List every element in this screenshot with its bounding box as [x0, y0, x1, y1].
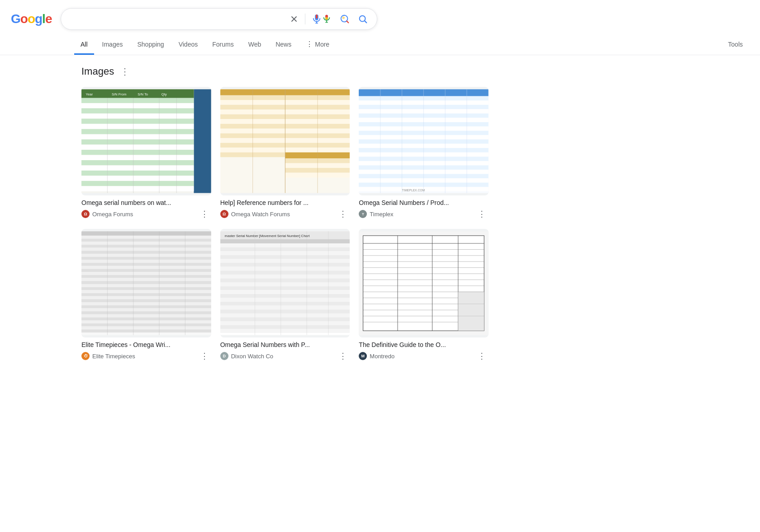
favicon-2: T — [359, 210, 367, 218]
svg-rect-17 — [81, 150, 194, 155]
svg-rect-9 — [81, 108, 194, 113]
image-card-4[interactable]: master Serial Number [Movement Serial Nu… — [220, 229, 350, 362]
card-menu-button-1[interactable]: ⋮ — [336, 208, 350, 220]
image-source-row-0: Ω Omega Forums ⋮ — [81, 208, 211, 220]
table-preview-3 — [81, 229, 211, 337]
card-menu-button-0[interactable]: ⋮ — [198, 208, 211, 220]
divider — [305, 14, 305, 24]
svg-rect-94 — [81, 251, 211, 254]
svg-rect-102 — [81, 275, 211, 278]
card-menu-button-5[interactable]: ⋮ — [475, 350, 489, 362]
card-menu-button-3[interactable]: ⋮ — [198, 350, 211, 362]
image-source-row-2: T Timeplex ⋮ — [359, 208, 489, 220]
search-input[interactable]: omega serial number chart — [68, 15, 283, 23]
svg-rect-103 — [81, 278, 211, 281]
svg-rect-11 — [81, 119, 194, 124]
svg-rect-110 — [81, 299, 211, 302]
image-card-3[interactable]: Elite Timepieces - Omega Wri... ⏱ Elite … — [81, 229, 211, 362]
favicon-1: Ω — [220, 210, 228, 218]
svg-rect-128 — [220, 239, 350, 244]
svg-rect-24 — [81, 186, 194, 191]
image-caption-1: Help] Reference numbers for ... Ω Omega … — [220, 199, 350, 220]
search-icons — [288, 12, 370, 26]
image-card-5[interactable]: The Definitive Guide to the O... M Montr… — [359, 229, 489, 362]
image-card-1[interactable]: Help] Reference numbers for ... Ω Omega … — [220, 87, 350, 220]
section-menu-button[interactable]: ⋮ — [119, 64, 131, 79]
svg-rect-15 — [81, 139, 194, 144]
favicon-letter-3: ⏱ — [84, 354, 88, 358]
svg-rect-130 — [220, 247, 350, 252]
nav-item-more[interactable]: ⋮ More — [299, 34, 336, 55]
svg-rect-144 — [220, 302, 350, 306]
svg-rect-91 — [81, 242, 211, 245]
svg-rect-7 — [81, 98, 194, 103]
svg-rect-111 — [81, 302, 211, 305]
voice-search-button[interactable] — [310, 12, 333, 26]
svg-rect-20 — [81, 166, 194, 171]
svg-rect-113 — [81, 308, 211, 311]
svg-rect-8 — [81, 103, 194, 108]
lens-search-button[interactable] — [338, 12, 352, 26]
svg-rect-100 — [81, 269, 211, 272]
nav-item-forums[interactable]: Forums — [206, 35, 240, 55]
svg-rect-146 — [220, 309, 350, 314]
svg-rect-106 — [81, 287, 211, 290]
microphone-icon — [312, 14, 322, 24]
table-preview-2: TIMEPLEX.COM — [359, 87, 489, 195]
nav-item-news[interactable]: News — [269, 35, 298, 55]
svg-text:master Serial Number [Movement: master Serial Number [Movement Serial Nu… — [224, 234, 310, 238]
svg-rect-136 — [220, 271, 350, 275]
image-source-1: Ω Omega Watch Forums — [220, 210, 290, 218]
image-card-2[interactable]: TIMEPLEX.COM Omega Serial Numbers / Prod… — [359, 87, 489, 220]
image-title-3: Elite Timepieces - Omega Wri... — [81, 341, 211, 348]
image-source-row-4: D Dixon Watch Co ⋮ — [220, 350, 350, 362]
svg-rect-145 — [220, 306, 350, 310]
svg-rect-101 — [81, 272, 211, 275]
svg-rect-19 — [81, 160, 194, 165]
favicon-4: D — [220, 352, 228, 360]
table-preview-1 — [220, 87, 350, 195]
nav-item-all[interactable]: All — [74, 35, 94, 55]
table-preview-5 — [359, 229, 489, 337]
svg-rect-14 — [81, 134, 194, 139]
svg-rect-104 — [81, 281, 211, 284]
svg-rect-98 — [81, 263, 211, 266]
card-menu-button-4[interactable]: ⋮ — [336, 350, 350, 362]
google-logo[interactable]: Google — [11, 12, 52, 26]
source-name-1: Omega Watch Forums — [231, 211, 290, 218]
nav-item-web[interactable]: Web — [242, 35, 268, 55]
svg-rect-88 — [81, 231, 211, 236]
image-thumb-1 — [220, 87, 350, 195]
nav-item-shopping[interactable]: Shopping — [131, 35, 170, 55]
card-menu-button-2[interactable]: ⋮ — [475, 208, 489, 220]
source-name-2: Timeplex — [370, 211, 393, 218]
image-source-2: T Timeplex — [359, 210, 393, 218]
google-search-button[interactable] — [356, 12, 370, 26]
svg-rect-115 — [81, 314, 211, 318]
mic-colored-icon — [322, 14, 332, 24]
svg-rect-22 — [81, 176, 194, 180]
clear-button[interactable] — [288, 13, 300, 25]
image-card-0[interactable]: Year S/N From S/N To Qty Omega serial nu… — [81, 87, 211, 220]
favicon-letter-5: M — [361, 354, 365, 358]
tools-button[interactable]: Tools — [722, 35, 749, 55]
source-name-4: Dixon Watch Co — [231, 353, 273, 360]
table-preview-4: master Serial Number [Movement Serial Nu… — [220, 229, 350, 337]
images-section-title: Images — [81, 66, 114, 77]
image-caption-4: Omega Serial Numbers with P... D Dixon W… — [220, 341, 350, 362]
image-title-1: Help] Reference numbers for ... — [220, 199, 350, 206]
svg-text:Qty: Qty — [162, 92, 167, 96]
favicon-0: Ω — [81, 210, 90, 218]
image-caption-5: The Definitive Guide to the O... M Montr… — [359, 341, 489, 362]
svg-rect-12 — [81, 124, 194, 129]
lens-icon — [340, 14, 350, 24]
nav-item-videos[interactable]: Videos — [172, 35, 204, 55]
image-thumb-0: Year S/N From S/N To Qty — [81, 87, 211, 195]
favicon-letter-4: D — [223, 354, 226, 358]
svg-rect-21 — [81, 171, 194, 176]
image-title-4: Omega Serial Numbers with P... — [220, 341, 350, 348]
svg-rect-131 — [220, 251, 350, 255]
svg-rect-149 — [220, 321, 350, 325]
svg-rect-18 — [81, 155, 194, 160]
nav-item-images[interactable]: Images — [96, 35, 129, 55]
